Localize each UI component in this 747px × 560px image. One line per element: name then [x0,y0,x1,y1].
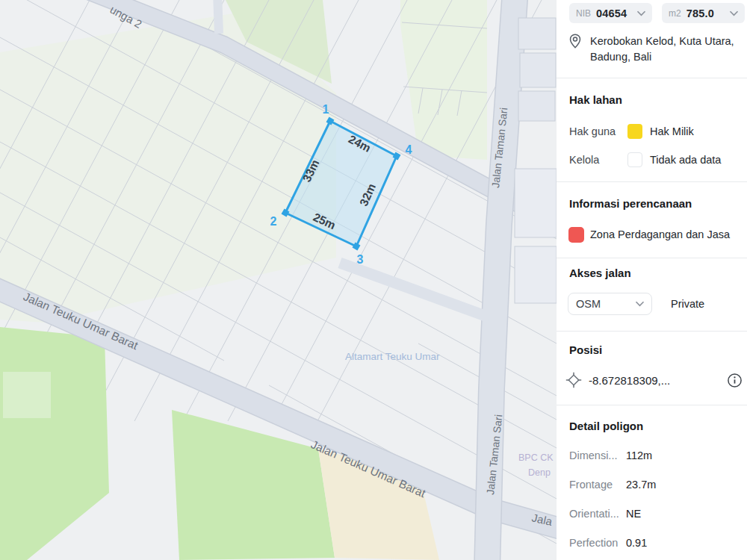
section-title-perencanaan: Informasi perencanaan [569,197,692,210]
hak-guna-value: Hak Milik [650,125,694,137]
nib-label: NIB [576,8,591,19]
road-source-select[interactable]: OSM [568,293,652,315]
divider [557,181,747,182]
orientation-value: NE [626,508,641,520]
hak-guna-label: Hak guna [569,125,627,137]
divider [557,258,747,258]
map-canvas[interactable]: Altamart Teuku Umar BPC CK Denp unga 2 J… [0,0,557,560]
perfection-value: 0.91 [626,537,647,549]
zone-value: Zona Perdagangan dan Jasa [590,228,730,240]
section-title-posisi: Posisi [569,343,602,356]
detail-row-dimensi: Dimensi... 112m [569,448,652,463]
zone-swatch [568,227,584,243]
kelola-swatch [627,152,642,167]
dimensi-value: 112m [626,449,652,461]
poi-label-altamart: Altamart Teuku Umar [345,351,440,362]
akses-row: OSM Private [568,293,704,315]
divider [557,331,747,332]
header-pills: NIB 04654 m2 785.0 [569,3,745,23]
vertex-label-1: 1 [323,103,329,116]
chevron-down-icon [636,301,644,307]
poi-label-bpc: BPC CK [518,452,554,463]
area-value: 785.0 [686,7,714,19]
kelola-label: Kelola [569,154,627,166]
nib-dropdown[interactable]: NIB 04654 [569,3,652,23]
divider [557,78,747,78]
nib-value: 04654 [596,7,627,19]
frontage-value: 23.7m [626,479,656,491]
detail-row-perfection: Perfection 0.91 [569,535,647,550]
chevron-down-icon [637,10,645,16]
dimensi-label: Dimensi... [569,449,626,461]
area-label: m2 [669,8,681,19]
frontage-label: Frontage [569,479,626,491]
kelola-value: Tidak ada data [650,154,721,166]
chevron-down-icon [730,10,738,16]
info-icon [727,373,743,388]
divider [557,405,747,405]
hak-guna-swatch [627,124,642,139]
section-title-akses-jalan: Akses jalan [569,267,631,279]
area-dropdown[interactable]: m2 785.0 [662,3,745,23]
location-pin-icon [569,34,581,49]
land-parcel-app: Altamart Teuku Umar BPC CK Denp unga 2 J… [0,0,747,560]
posisi-row: -8.672818309,... [565,372,743,388]
vertex-label-4: 4 [406,143,412,156]
map-pane[interactable]: Altamart Teuku Umar BPC CK Denp unga 2 J… [0,0,557,560]
road-stub-north [217,0,219,34]
access-type-value: Private [671,298,704,310]
vertex-label-2: 2 [270,215,277,228]
orientation-label: Orientati... [569,508,626,520]
hak-guna-row: Hak guna Hak Milik [569,123,743,140]
location-text: Kerobokan Kelod, Kuta Utara, Badung, Bal… [590,34,736,65]
road-source-value: OSM [576,298,601,310]
crosshair-icon [565,372,582,388]
detail-row-frontage: Frontage 23.7m [569,477,656,492]
detail-row-orientation: Orientati... NE [569,506,641,521]
location-row: Kerobokan Kelod, Kuta Utara, Badung, Bal… [569,34,737,65]
perfection-label: Perfection [569,537,626,549]
section-title-hak-lahan: Hak lahan [569,93,622,106]
details-sidebar: NIB 04654 m2 785.0 Kerobokan Kelod, Kuta… [557,0,747,560]
info-button[interactable] [727,373,743,388]
poi-label-denp: Denp [528,467,551,478]
coordinates-value: -8.672818309,... [589,374,670,387]
zone-row: Zona Perdagangan dan Jasa [568,226,730,243]
kelola-row: Kelola Tidak ada data [569,152,743,168]
section-title-detail-poligon: Detail poligon [569,420,643,432]
vertex-label-3: 3 [357,253,364,266]
